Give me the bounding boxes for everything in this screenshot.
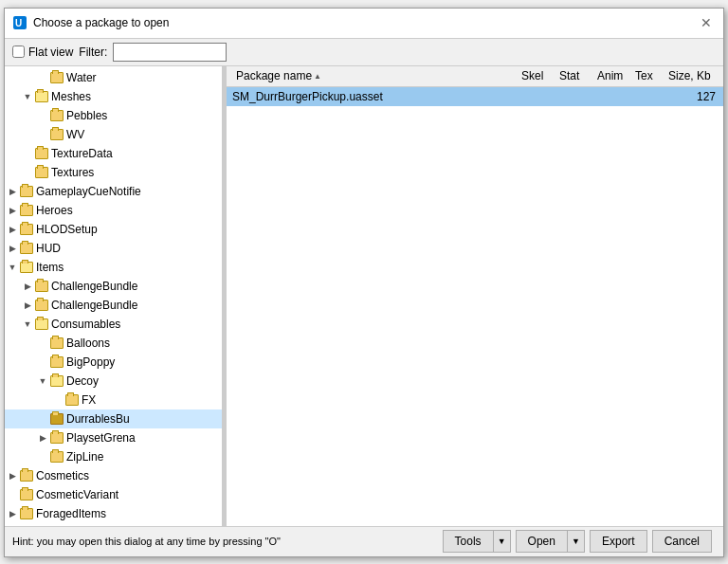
col-header-anim[interactable]: Anim	[592, 69, 629, 82]
export-button[interactable]: Export	[590, 530, 647, 553]
expand-placeholder	[20, 165, 35, 180]
tree-panel: Water ▼ Meshes Pebbles	[5, 66, 223, 526]
tree-item-forageditems[interactable]: ▶ ForagedItems	[5, 504, 222, 523]
expand-btn-cb2[interactable]: ▶	[20, 298, 35, 313]
tree-item-challengebundle1[interactable]: ▶ ChallengeBundle	[5, 277, 222, 296]
col-header-package[interactable]: Package name ▲	[230, 69, 516, 82]
filter-input[interactable]	[113, 43, 227, 62]
tree-item-label: ChallengeBundle	[51, 280, 137, 293]
expand-placeholder	[35, 336, 50, 351]
tree-item-challengebundle2[interactable]: ▶ ChallengeBundle	[5, 296, 222, 315]
cell-package: SM_DurrBurgerPickup.uasset	[227, 90, 519, 103]
tree-item-balloons[interactable]: Balloons	[5, 334, 222, 353]
expand-placeholder	[35, 108, 50, 123]
folder-icon	[50, 129, 64, 140]
expand-placeholder	[35, 70, 50, 85]
tree-item-cosmetics[interactable]: ▶ Cosmetics	[5, 466, 222, 485]
tree-item-pebbles[interactable]: Pebbles	[5, 106, 222, 125]
expand-btn-consumables[interactable]: ▼	[20, 317, 35, 332]
tree-item-fx[interactable]: FX	[5, 391, 222, 409]
expand-btn-fi[interactable]: ▶	[5, 506, 20, 521]
col-header-size[interactable]: Size, Kb	[663, 69, 719, 82]
expand-btn-gameplaycue[interactable]: ▶	[5, 184, 20, 199]
cancel-button[interactable]: Cancel	[652, 530, 712, 553]
expand-btn-hlodsetup[interactable]: ▶	[5, 222, 20, 237]
tree-item-label: Balloons	[66, 337, 110, 350]
folder-icon	[20, 205, 33, 216]
folder-icon	[50, 110, 64, 121]
col-header-skel[interactable]: Skel	[516, 69, 554, 82]
flat-view-checkbox[interactable]	[12, 45, 25, 58]
col-header-stat[interactable]: Stat	[554, 69, 592, 82]
folder-icon	[65, 394, 79, 406]
tree-item-hlodsetup[interactable]: ▶ HLODSetup	[5, 220, 222, 239]
tools-button[interactable]: Tools	[443, 530, 494, 553]
tree-item-texturedata[interactable]: TextureData	[5, 144, 222, 163]
dialog-title: Choose a package to open	[33, 16, 169, 29]
expand-btn-cosmetics[interactable]: ▶	[5, 468, 20, 483]
expand-btn-pg[interactable]: ▶	[35, 430, 50, 446]
tree-item-label: DurrablesBu	[66, 412, 130, 426]
folder-icon	[20, 489, 33, 500]
tree-scroll-content: Water ▼ Meshes Pebbles	[5, 66, 222, 525]
sort-arrow-package: ▲	[314, 72, 321, 81]
folder-icon	[35, 300, 48, 311]
folder-icon	[50, 432, 64, 444]
tree-item-hud[interactable]: ▶ HUD	[5, 239, 222, 258]
tree-item-heroes[interactable]: ▶ Heroes	[5, 201, 222, 220]
main-area: Water ▼ Meshes Pebbles	[5, 66, 723, 526]
folder-icon	[50, 72, 64, 83]
tree-item-label: HLODSetup	[36, 223, 98, 236]
choose-package-dialog: U Choose a package to open ✕ Flat view F…	[4, 8, 724, 557]
tree-item-zipline[interactable]: ZipLine	[5, 447, 222, 466]
tree-item-gameplaycue[interactable]: ▶ GameplayCueNotifie	[5, 182, 222, 201]
content-panel: Package name ▲ Skel Stat Anim Tex Size, …	[227, 66, 723, 526]
col-header-tex[interactable]: Tex	[629, 69, 663, 82]
tree-item-bigpoppy[interactable]: BigPoppy	[5, 353, 222, 372]
tree-item-label: ZipLine	[66, 450, 103, 464]
tree-item-wv[interactable]: WV	[5, 125, 222, 144]
tree-item-items[interactable]: ▼ Items	[5, 258, 222, 277]
col-header-tex-label: Tex	[635, 69, 653, 82]
expand-btn-meshes[interactable]: ▼	[20, 89, 35, 104]
tree-item-label: Textures	[51, 166, 94, 179]
tree-item-label: FX	[82, 393, 96, 407]
close-button[interactable]: ✕	[697, 13, 716, 32]
folder-icon	[20, 508, 33, 519]
tree-item-label: ForagedItems	[36, 507, 106, 520]
tree-item-decoy[interactable]: ▼ Decoy	[5, 372, 222, 391]
export-button-group: Export	[590, 530, 647, 553]
expand-btn-decoy[interactable]: ▼	[35, 373, 50, 389]
tree-item-label: Meshes	[51, 90, 91, 103]
tree-item-label: CosmeticVariant	[36, 488, 118, 501]
expand-btn-cb1[interactable]: ▶	[20, 279, 35, 294]
tree-item-playsetgrenade[interactable]: ▶ PlaysetGrena	[5, 428, 222, 447]
content-rows: SM_DurrBurgerPickup.uasset 127	[227, 87, 723, 526]
tree-item-consumables[interactable]: ▼ Consumables	[5, 315, 222, 334]
tree-item-label: GameplayCueNotifie	[36, 185, 141, 198]
expand-btn-hud[interactable]: ▶	[5, 241, 20, 256]
folder-icon	[20, 224, 33, 235]
expand-placeholder	[35, 449, 50, 464]
open-button[interactable]: Open	[516, 530, 568, 553]
folder-icon	[20, 186, 33, 197]
tree-item-water[interactable]: Water	[5, 68, 222, 87]
tree-item-cosmeticvariant[interactable]: CosmeticVariant	[5, 485, 222, 504]
title-bar: U Choose a package to open ✕	[5, 9, 723, 39]
expand-btn-items[interactable]: ▼	[5, 260, 20, 275]
col-header-size-label: Size, Kb	[668, 69, 711, 82]
bottom-bar: Hint: you may open this dialog at any ti…	[5, 526, 723, 556]
tools-dropdown-arrow[interactable]: ▼	[494, 530, 511, 553]
tree-item-meshes[interactable]: ▼ Meshes	[5, 87, 222, 106]
folder-icon	[20, 262, 33, 273]
tree-item-durrablesburger[interactable]: DurrablesBu	[5, 409, 222, 428]
tree-item-textures[interactable]: Textures	[5, 163, 222, 182]
content-row[interactable]: SM_DurrBurgerPickup.uasset 127	[227, 87, 723, 106]
folder-icon	[50, 375, 64, 387]
expand-btn-heroes[interactable]: ▶	[5, 203, 20, 218]
open-dropdown-arrow[interactable]: ▼	[568, 530, 585, 553]
folder-icon	[35, 318, 48, 330]
folder-icon	[50, 356, 64, 368]
expand-placeholder	[20, 146, 35, 161]
tree-item-label: Decoy	[66, 374, 99, 388]
